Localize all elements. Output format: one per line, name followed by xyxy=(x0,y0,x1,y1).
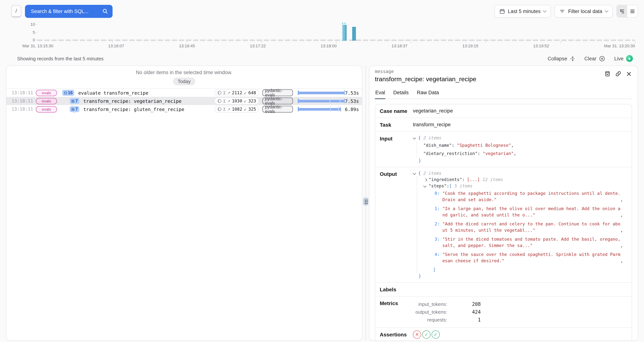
x-axis-tick-label: 13:19:52 xyxy=(533,44,549,48)
field-label: Case name xyxy=(380,108,413,114)
tree-view-toggle[interactable] xyxy=(617,5,627,17)
input-tokens-arrow-icon: ↗ xyxy=(227,91,230,95)
table-row[interactable]: 13:18:11 evals ⊞ 7 transform_recipe: glu… xyxy=(6,105,362,113)
output-row: Output { 2 items "ingredients": [...] 12… xyxy=(375,167,632,283)
x-axis-tick xyxy=(560,41,561,43)
sigma-icon: Σ xyxy=(223,99,226,103)
span-count-toggle[interactable]: ⊟ 16 xyxy=(62,90,74,96)
span-count-toggle[interactable]: ⊞ 7 xyxy=(70,98,79,104)
status-actions: Collapse Clear Live xyxy=(548,55,633,62)
panel-tabs: Eval Details Raw Data xyxy=(375,90,632,99)
json-bracket: ] xyxy=(433,267,436,273)
topbar-controls: Last 5 minutes Filter local data xyxy=(494,5,638,18)
grip-dots-icon xyxy=(364,199,367,204)
duration-value: 7.53s xyxy=(345,90,359,96)
day-divider: Today xyxy=(6,78,362,85)
scope-badge: pydantic-evals xyxy=(262,106,293,112)
row-metrics: Σ ↗ 2112 ↙ 648 pydantic-evals 7.53s xyxy=(214,89,359,97)
row-timestamp: 13:18:11 xyxy=(12,106,29,112)
json-comma: , xyxy=(620,258,623,264)
metrics-row: Metrics input_tokens:208 output_tokens:4… xyxy=(375,296,632,328)
metric-item: input_tokens:208 xyxy=(413,300,481,308)
filter-local-data-dropdown[interactable]: Filter local data xyxy=(555,5,613,18)
json-index: 1: xyxy=(431,206,440,212)
collapse-button[interactable]: Collapse xyxy=(548,56,576,61)
list-item: 0:"Cook the spaghetti according to packa… xyxy=(431,190,623,203)
sigma-icon: Σ xyxy=(223,107,226,112)
x-axis-labels: Mar 31. 13:15:3013:16:0713:16:4513:17:22… xyxy=(22,44,635,48)
list-view-icon xyxy=(630,9,635,14)
tab-raw-data[interactable]: Raw Data xyxy=(416,90,440,99)
caret-right-icon[interactable] xyxy=(424,178,427,182)
x-axis-tick xyxy=(411,41,411,43)
time-range-dropdown[interactable]: Last 5 minutes xyxy=(494,5,551,18)
caret-down-icon[interactable] xyxy=(413,172,416,175)
expand-toggle-icon: ⊞ xyxy=(71,107,74,111)
json-string-value: "Cook the spaghetti according to package… xyxy=(442,190,620,203)
expand-toggle-icon: ⊞ xyxy=(71,99,74,103)
link-icon[interactable] xyxy=(615,71,621,77)
list-item: 2:"Add the diced carrot and celery to th… xyxy=(431,221,623,233)
collapse-toggle-icon: ⊟ xyxy=(64,91,67,95)
record-kind-label: message xyxy=(375,69,632,74)
x-axis-tick xyxy=(486,41,486,43)
json-bracket: [ xyxy=(449,183,452,189)
tab-eval[interactable]: Eval xyxy=(375,90,386,99)
row-metrics: Σ ↗ 1030 ↙ 323 pydantic-evals 7.53s xyxy=(214,97,359,105)
duration-value: 6.89s xyxy=(345,106,359,112)
json-brace: { xyxy=(418,135,421,141)
labels-row: Labels xyxy=(375,283,632,296)
live-toggle[interactable]: Live ◆ xyxy=(614,55,633,62)
output-tokens-arrow-icon: ↙ xyxy=(244,91,247,95)
span-count-toggle[interactable]: ⊞ 7 xyxy=(70,106,79,112)
input-tokens-count: 1082 xyxy=(232,106,242,112)
close-icon[interactable] xyxy=(626,71,632,76)
caret-down-icon[interactable] xyxy=(413,136,416,139)
duration-value: 7.53s xyxy=(345,98,359,104)
json-key: "dish_name" xyxy=(423,143,452,148)
archive-icon[interactable] xyxy=(604,71,610,77)
tab-details[interactable]: Details xyxy=(393,90,409,99)
detail-panel: message transform_recipe: vegetarian_rec… xyxy=(369,66,638,341)
json-entry: "dietary_restriction": "vegetarian", xyxy=(423,150,516,158)
json-string-value: "Spaghetti Bolognese" xyxy=(457,143,511,148)
json-brace: } xyxy=(418,273,421,280)
filter-label: Filter local data xyxy=(568,8,602,14)
metric-item: requests:1 xyxy=(413,316,481,324)
assertion-pass-icon: ✓ xyxy=(422,330,430,339)
json-string-value: "vegetarian" xyxy=(483,151,514,156)
duration-bar xyxy=(298,92,345,94)
collapse-label: Collapse xyxy=(548,56,567,61)
input-json-viewer: { 2 items "dish_name": "Spaghetti Bologn… xyxy=(413,135,516,164)
search-input[interactable]: Search & filter with SQL... xyxy=(25,5,112,18)
x-axis-tick-label: 13:19:15 xyxy=(462,44,478,48)
metric-value: 208 xyxy=(447,300,481,308)
timeline-bar[interactable] xyxy=(352,27,356,40)
output-tokens-arrow-icon: ↙ xyxy=(244,99,247,103)
x-axis-tick-label: 13:18:00 xyxy=(321,44,337,48)
chart-baseline xyxy=(37,40,635,41)
json-items-note: 12 items xyxy=(482,176,503,183)
service-badge: evals xyxy=(36,98,57,104)
span-name: transform_recipe: gluten_free_recipe xyxy=(83,106,184,112)
today-pill[interactable]: Today xyxy=(173,78,195,85)
caret-down-icon[interactable] xyxy=(423,184,426,188)
x-axis-tick xyxy=(336,41,336,43)
table-row[interactable]: 13:18:11 evals ⊟ 16 evaluate transform_r… xyxy=(6,89,362,97)
timeline-chart[interactable]: 10 5 0 Mar 31. 13:15:3013:16:0713:16:451… xyxy=(11,21,635,50)
output-tokens-count: 325 xyxy=(248,106,256,112)
json-colon: : xyxy=(447,183,449,189)
timeline-selection xyxy=(342,23,346,40)
table-row[interactable]: 13:18:11 evals ⊞ 7 transform_recipe: veg… xyxy=(6,97,362,105)
live-label: Live xyxy=(614,56,624,61)
clear-button[interactable]: Clear xyxy=(584,55,606,62)
metric-name: input_tokens: xyxy=(413,300,447,308)
json-index: 4: xyxy=(431,252,440,258)
panel-resize-handle[interactable] xyxy=(363,198,368,206)
field-label: Task xyxy=(380,122,413,128)
list-view-toggle[interactable] xyxy=(627,5,638,17)
calendar-icon xyxy=(499,8,505,14)
duration-bar xyxy=(298,100,345,102)
trace-rows: 13:18:11 evals ⊟ 16 evaluate transform_r… xyxy=(6,89,362,113)
json-colon: : xyxy=(478,151,483,156)
